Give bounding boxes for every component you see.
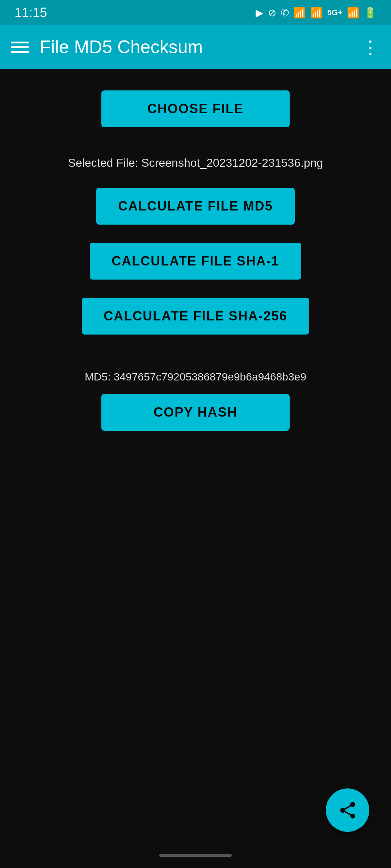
status-icons: ▶ ⊘ ✆ 📶 📶 5G+ 📶 🔋 — [256, 7, 377, 19]
choose-file-button[interactable]: CHOOSE FILE — [101, 90, 290, 127]
app-title: File MD5 Checksum — [40, 37, 350, 58]
nav-indicator — [159, 854, 232, 857]
calculate-md5-button[interactable]: CALCULATE FILE MD5 — [96, 188, 294, 225]
5g-label: 5G+ — [327, 8, 342, 17]
status-time: 11:15 — [14, 5, 47, 20]
selected-file-label: Selected File: Screenshot_20231202-23153… — [68, 156, 323, 170]
navigation-bar — [0, 843, 391, 868]
calculate-sha1-button[interactable]: CALCULATE FILE SHA-1 — [90, 243, 301, 280]
app-bar: File MD5 Checksum ⋮ — [0, 25, 391, 69]
call-icon: ✆ — [281, 7, 289, 19]
copy-hash-button[interactable]: COPY HASH — [101, 394, 290, 431]
more-options-button[interactable]: ⋮ — [361, 37, 380, 58]
share-fab-button[interactable] — [326, 788, 369, 832]
wifi-icon: 📶 — [293, 7, 306, 19]
calculate-sha256-button[interactable]: CALCULATE FILE SHA-256 — [82, 298, 309, 335]
status-bar: 11:15 ▶ ⊘ ✆ 📶 📶 5G+ 📶 🔋 — [0, 0, 391, 25]
do-not-disturb-icon: ⊘ — [268, 7, 276, 19]
main-content: CHOOSE FILE Selected File: Screenshot_20… — [0, 69, 391, 452]
location-icon: ▶ — [256, 7, 264, 19]
hash-result-text: MD5: 3497657c79205386879e9b6a9468b3e9 — [70, 371, 321, 383]
menu-button[interactable] — [11, 42, 29, 53]
signal2-icon: 📶 — [347, 7, 360, 19]
share-icon — [338, 800, 358, 820]
battery-icon: 🔋 — [364, 7, 377, 19]
signal-icon: 📶 — [310, 7, 323, 19]
